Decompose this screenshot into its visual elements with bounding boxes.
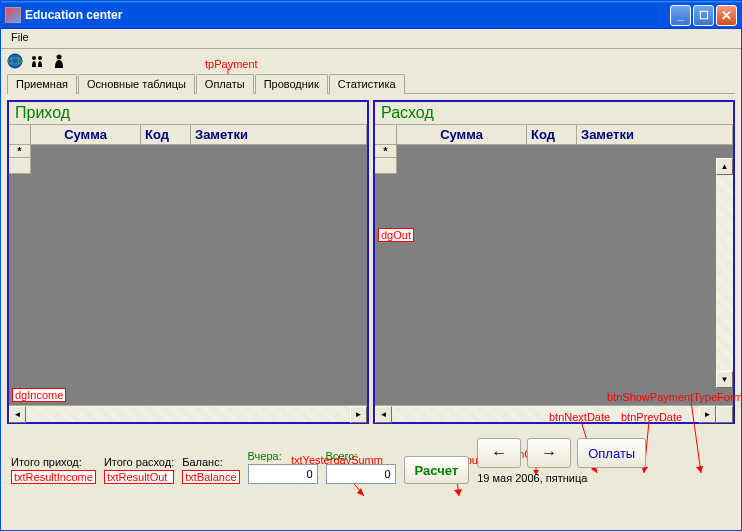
tab-strip: Приемная Основные таблицы Оплаты Проводн… bbox=[1, 73, 741, 93]
calculate-button[interactable]: Расчет bbox=[404, 456, 470, 484]
balance-label: Баланс: bbox=[182, 456, 239, 468]
scroll-right-icon[interactable]: ► bbox=[699, 406, 716, 423]
svg-point-3 bbox=[38, 56, 42, 60]
scroll-down-icon[interactable]: ▼ bbox=[716, 371, 733, 388]
globe-icon[interactable] bbox=[7, 53, 23, 69]
annotation-dgincome: dgIncome bbox=[12, 388, 66, 402]
expense-rowhdr-strip bbox=[375, 158, 397, 174]
income-rowheader-col bbox=[9, 125, 31, 144]
income-col-sum[interactable]: Сумма bbox=[31, 125, 141, 144]
scroll-corner bbox=[716, 406, 733, 423]
tab-statistics[interactable]: Статистика bbox=[329, 74, 405, 94]
total-input[interactable] bbox=[326, 464, 396, 484]
menubar: File bbox=[1, 29, 741, 49]
income-rowhdr-strip bbox=[9, 158, 31, 174]
balance-field: Баланс: txtBalance bbox=[182, 456, 239, 484]
annotation-txtresultincome: txtResultIncome bbox=[11, 470, 96, 484]
person-icon[interactable] bbox=[51, 53, 67, 69]
tab-main-tables[interactable]: Основные таблицы bbox=[78, 74, 195, 94]
income-title: Приход bbox=[9, 102, 367, 124]
income-new-row-indicator: * bbox=[9, 145, 31, 158]
minimize-button[interactable]: _ bbox=[670, 5, 691, 26]
scroll-track[interactable] bbox=[26, 406, 350, 422]
scroll-left-icon[interactable]: ◄ bbox=[9, 406, 26, 423]
app-window: Education center _ ☐ ✕ File tpPayment Пр… bbox=[0, 0, 742, 531]
app-icon bbox=[5, 7, 21, 23]
svg-point-2 bbox=[32, 56, 36, 60]
expense-pane: Расход Сумма Код Заметки * dgOut ▲ ▼ bbox=[373, 100, 735, 424]
tab-explorer[interactable]: Проводник bbox=[255, 74, 328, 94]
toolbar bbox=[1, 49, 741, 73]
tab-reception[interactable]: Приемная bbox=[7, 74, 77, 94]
yesterday-label: Вчера: bbox=[248, 450, 318, 462]
expense-v-scrollbar[interactable]: ▲ ▼ bbox=[716, 158, 733, 388]
income-grid-body[interactable]: dgIncome bbox=[9, 158, 367, 405]
annotation-txtbalance: txtBalance bbox=[182, 470, 239, 484]
annotation-txtresultout: txtResultOut bbox=[104, 470, 174, 484]
expense-grid-body[interactable]: dgOut ▲ ▼ bbox=[375, 158, 733, 405]
total-income-field: Итого приход: txtResultIncome bbox=[11, 456, 96, 484]
arrow-right-icon: → bbox=[541, 444, 557, 462]
annotation-dgout: dgOut bbox=[378, 228, 414, 242]
titlebar: Education center _ ☐ ✕ bbox=[1, 1, 741, 29]
yesterday-input[interactable] bbox=[248, 464, 318, 484]
footer-bar: Итого приход: txtResultIncome Итого расх… bbox=[1, 430, 741, 492]
prev-date-button[interactable]: ← bbox=[477, 438, 521, 468]
grids-container: Приход Сумма Код Заметки * dgIncome ◄ ► … bbox=[1, 94, 741, 430]
income-grid-header: Сумма Код Заметки bbox=[9, 124, 367, 145]
total-expense-field: Итого расход: txtResultOut bbox=[104, 456, 174, 484]
expense-new-row[interactable]: * bbox=[375, 145, 733, 158]
menu-file[interactable]: File bbox=[5, 29, 35, 45]
scroll-right-icon[interactable]: ► bbox=[350, 406, 367, 423]
total-field: Всего: bbox=[326, 450, 396, 484]
close-button[interactable]: ✕ bbox=[716, 5, 737, 26]
tab-payments[interactable]: Оплаты bbox=[196, 74, 254, 94]
expense-col-code[interactable]: Код bbox=[527, 125, 577, 144]
expense-rowheader-col bbox=[375, 125, 397, 144]
maximize-button[interactable]: ☐ bbox=[693, 5, 714, 26]
scroll-track[interactable] bbox=[392, 406, 699, 422]
income-h-scrollbar[interactable]: ◄ ► bbox=[9, 405, 367, 422]
expense-grid-header: Сумма Код Заметки bbox=[375, 124, 733, 145]
total-expense-label: Итого расход: bbox=[104, 456, 174, 468]
expense-title: Расход bbox=[375, 102, 733, 124]
income-pane: Приход Сумма Код Заметки * dgIncome ◄ ► bbox=[7, 100, 369, 424]
people-icon[interactable] bbox=[29, 53, 45, 69]
next-date-button[interactable]: → bbox=[527, 438, 571, 468]
income-new-row[interactable]: * bbox=[9, 145, 367, 158]
svg-point-4 bbox=[57, 55, 62, 60]
expense-col-notes[interactable]: Заметки bbox=[577, 125, 733, 144]
scroll-left-icon[interactable]: ◄ bbox=[375, 406, 392, 423]
payments-button[interactable]: Оплаты bbox=[577, 438, 646, 468]
scroll-up-icon[interactable]: ▲ bbox=[716, 158, 733, 175]
current-date-text: 19 мая 2006, пятница bbox=[477, 472, 646, 484]
income-col-code[interactable]: Код bbox=[141, 125, 191, 144]
svg-point-0 bbox=[8, 54, 22, 68]
total-income-label: Итого приход: bbox=[11, 456, 96, 468]
yesterday-field: Вчера: bbox=[248, 450, 318, 484]
arrow-left-icon: ← bbox=[491, 444, 507, 462]
total-label: Всего: bbox=[326, 450, 396, 462]
expense-h-scrollbar[interactable]: ◄ ► bbox=[375, 405, 733, 422]
window-title: Education center bbox=[25, 8, 668, 22]
expense-new-row-indicator: * bbox=[375, 145, 397, 158]
income-col-notes[interactable]: Заметки bbox=[191, 125, 367, 144]
expense-col-sum[interactable]: Сумма bbox=[397, 125, 527, 144]
